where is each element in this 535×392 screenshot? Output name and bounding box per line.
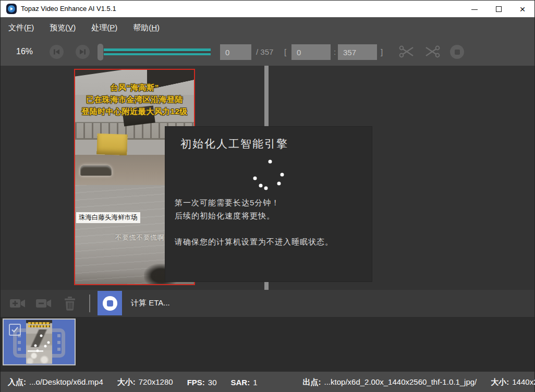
flooded-car <box>80 165 112 176</box>
status-output-size: 大小:1440x2560 <box>491 377 535 387</box>
remove-video-icon <box>35 297 53 310</box>
status-bar: 入点:...o/Desktop/x6d.mp4 大小:720x1280 FPS:… <box>1 372 534 392</box>
add-video-icon <box>9 297 27 310</box>
trim-open-bracket: [ <box>284 47 286 56</box>
close-button[interactable]: × <box>510 1 534 17</box>
close-icon: × <box>519 4 525 14</box>
headline-line: 登陆时中心附近最大风力12级 <box>75 105 194 117</box>
current-frame-input[interactable] <box>220 44 251 60</box>
preview-area: 台风“海高斯” 已在珠海市金湾区沿海登陆 登陆时中心附近最大风力12级 珠海白藤… <box>1 66 534 290</box>
status-sar: SAR:1 <box>231 378 258 387</box>
eta-status-text: 计算 ETA... <box>131 298 170 308</box>
spinner-dot <box>34 345 37 347</box>
video-headline-overlay: 台风“海高斯” 已在珠海市金湾区沿海登陆 登陆时中心附近最大风力12级 <box>75 81 194 117</box>
stop-square-icon <box>107 300 113 307</box>
trash-icon <box>62 296 78 311</box>
spinner-dot <box>277 182 281 186</box>
skip-start-icon <box>53 48 60 56</box>
trim-close-bracket: ] <box>381 47 383 56</box>
stop-processing-button[interactable] <box>98 291 122 315</box>
spinner-dot <box>40 335 43 337</box>
menu-bar: 文件(F) 预览(V) 处理(P) 帮助(H) <box>1 17 534 38</box>
menu-file[interactable]: 文件(F) <box>8 23 34 33</box>
spinner-dot <box>253 177 257 180</box>
video-list-strip <box>1 317 534 372</box>
skip-to-start-button[interactable] <box>50 45 64 59</box>
yellow-billboard <box>96 133 127 155</box>
window-controls: × <box>463 1 534 17</box>
play-triangle-icon <box>10 7 13 10</box>
minimize-icon <box>471 9 478 10</box>
trim-in-button[interactable] <box>398 45 415 60</box>
init-engine-dialog: 初始化人工智能引擎 第一次可能需要长达5分钟！ 后续的初始化速度将更快。 请确保… <box>165 126 372 282</box>
spinner-dot <box>37 350 39 352</box>
total-frames-label: / 357 <box>256 47 273 56</box>
stop-square-icon <box>455 50 460 55</box>
trim-separator: : <box>334 47 336 56</box>
mini-foreground <box>26 350 52 364</box>
scissors-left-icon <box>398 45 415 58</box>
spinner-dot <box>44 345 47 348</box>
remove-video-button[interactable] <box>35 297 53 312</box>
checkmark-icon <box>10 325 20 335</box>
headline-line: 台风“海高斯” <box>75 81 194 93</box>
playback-toolbar: 16% / 357 [ : ] <box>1 38 534 66</box>
stop-circle <box>103 296 117 311</box>
spinner-dot <box>47 341 50 344</box>
skip-to-end-button[interactable] <box>76 45 90 59</box>
timeline-slider-handle[interactable] <box>98 44 103 60</box>
menu-process[interactable]: 处理(P) <box>91 23 117 33</box>
zoom-percent-label: 16% <box>16 47 33 56</box>
maximize-button[interactable] <box>487 1 510 17</box>
status-input-size: 大小:720x1280 <box>117 377 173 387</box>
title-bar: Topaz Video Enhance AI V1.5.1 × <box>1 1 534 17</box>
trim-out-button[interactable] <box>424 45 441 60</box>
skip-end-icon <box>79 48 87 56</box>
logo-play-circle <box>8 5 15 13</box>
mini-dark-streak <box>26 329 52 347</box>
add-video-button[interactable] <box>9 297 27 312</box>
scissors-right-icon <box>424 45 441 58</box>
toolbar-divider <box>89 295 90 312</box>
spinner-dot <box>264 187 268 190</box>
app-logo-icon <box>6 4 17 14</box>
stop-preview-button[interactable] <box>450 45 464 59</box>
dialog-title: 初始化人工智能引擎 <box>180 137 288 151</box>
menu-help[interactable]: 帮助(H) <box>133 23 160 33</box>
trim-start-input[interactable] <box>291 44 331 60</box>
maximize-icon <box>496 6 502 12</box>
speech-caption: 不要慌不要慌啊 <box>115 234 165 242</box>
processing-toolbar: 计算 ETA... <box>1 290 534 317</box>
status-input-file: 入点:...o/Desktop/x6d.mp4 <box>8 377 103 387</box>
dialog-body-line: 请确保您的计算机设置为不进入睡眠状态。 <box>175 235 333 248</box>
status-output-file: 出点:...ktop/x6d_2.00x_1440x2560_thf-1.0.1… <box>303 377 477 387</box>
delete-video-button[interactable] <box>62 296 78 313</box>
minimize-button[interactable] <box>463 1 487 17</box>
spinner-dot <box>269 160 272 164</box>
status-fps: FPS:30 <box>187 378 217 387</box>
spinner-dot <box>281 173 284 177</box>
spinner-dot <box>259 184 263 188</box>
menu-preview[interactable]: 预览(V) <box>50 23 76 33</box>
dialog-body-line: 第一次可能需要长达5分钟！ <box>175 196 333 209</box>
video-list-item-selected[interactable] <box>3 318 76 365</box>
dialog-body-line: 后续的初始化速度将更快。 <box>175 209 333 222</box>
headline-line: 已在珠海市金湾区沿海登陆 <box>75 93 194 105</box>
mini-caption-text <box>28 350 43 352</box>
location-caption: 珠海白藤头海鲜市场 <box>76 212 140 223</box>
dialog-body: 第一次可能需要长达5分钟！ 后续的初始化速度将更快。 请确保您的计算机设置为不进… <box>175 196 333 248</box>
mini-headline-text <box>28 322 50 328</box>
video-select-checkbox[interactable] <box>9 324 21 336</box>
trim-end-input[interactable] <box>338 44 377 60</box>
window-title: Topaz Video Enhance AI V1.5.1 <box>21 5 116 13</box>
app-window: Topaz Video Enhance AI V1.5.1 × 文件(F) 预览… <box>0 0 535 392</box>
timeline-slider-track[interactable] <box>104 48 211 55</box>
